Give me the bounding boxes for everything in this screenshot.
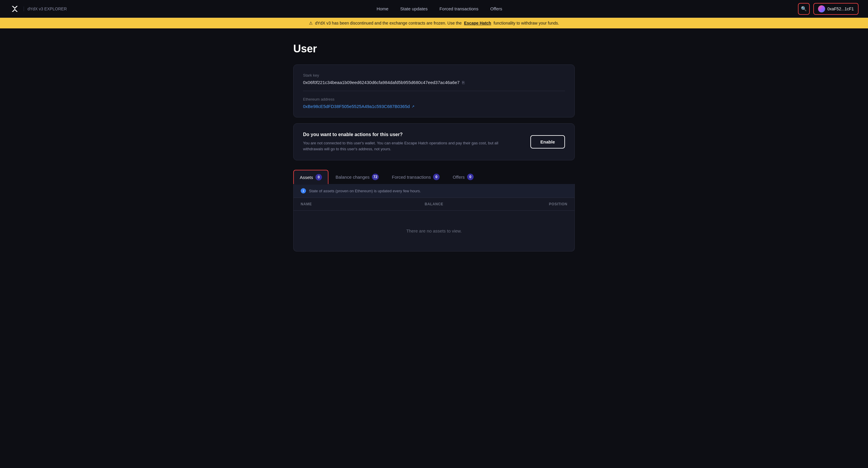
empty-state-text: There are no assets to view.	[406, 228, 462, 233]
tab-assets-badge: 0	[315, 174, 322, 180]
search-icon: 🔍	[801, 6, 807, 11]
stark-key-value: 0x06f0f221c34beaa1b09eed62430d6cfa984daf…	[303, 80, 460, 85]
empty-state: There are no assets to view.	[293, 211, 575, 251]
copy-icon[interactable]: ⎘	[462, 80, 464, 85]
main-content: User Stark key 0x06f0f221c34beaa1b09eed6…	[286, 28, 582, 266]
info-text: State of assets (proven on Ethereum) is …	[309, 189, 421, 193]
brand-label: dYdX v3 EXPLORER	[24, 6, 67, 11]
tab-offers-badge: 0	[467, 174, 474, 180]
enable-card: Do you want to enable actions for this u…	[293, 123, 575, 160]
nav-home[interactable]: Home	[377, 6, 389, 11]
tab-forced-transactions-badge: 0	[433, 174, 440, 180]
tab-balance-changes-label: Balance changes	[336, 175, 370, 180]
logo-icon[interactable]	[9, 4, 20, 14]
wallet-avatar	[818, 5, 825, 12]
eth-address-row: 0xBe98cE5dFD38F505e5525A49a1c593C687B036…	[303, 104, 565, 109]
tab-assets[interactable]: Assets 0	[293, 170, 329, 184]
escape-hatch-link[interactable]: Escape Hatch	[464, 21, 491, 25]
stark-key-value-row: 0x06f0f221c34beaa1b09eed62430d6cfa984daf…	[303, 80, 565, 85]
assets-table-container: i State of assets (proven on Ethereum) i…	[293, 184, 575, 252]
navbar-logo: dYdX v3 EXPLORER	[9, 4, 67, 14]
wallet-button[interactable]: 0xaF52...1cF1	[813, 3, 859, 15]
svg-marker-0	[12, 6, 18, 12]
enable-card-description: You are not connected to this user's wal…	[303, 140, 504, 152]
announcement-banner: ⚠ dYdX v3 has been discontinued and the …	[0, 18, 868, 28]
info-icon: i	[301, 188, 306, 194]
tab-balance-changes[interactable]: Balance changes 72	[330, 170, 384, 184]
tab-forced-transactions-label: Forced transactions	[392, 175, 431, 180]
column-name: NAME	[301, 202, 390, 206]
stark-key-label: Stark key	[303, 73, 565, 78]
enable-card-title: Do you want to enable actions for this u…	[303, 132, 504, 137]
external-link-icon: ↗	[411, 105, 414, 109]
banner-text-after: functionality to withdraw your funds.	[493, 21, 559, 25]
banner-text: dYdX v3 has been discontinued and the ex…	[315, 21, 462, 25]
nav-forced-transactions[interactable]: Forced transactions	[439, 6, 478, 11]
wallet-address: 0xaF52...1cF1	[828, 6, 854, 11]
enable-button[interactable]: Enable	[530, 135, 565, 148]
info-bar: i State of assets (proven on Ethereum) i…	[293, 184, 575, 198]
column-position: POSITION	[478, 202, 567, 206]
tab-offers[interactable]: Offers 0	[447, 170, 479, 184]
enable-card-text: Do you want to enable actions for this u…	[303, 132, 504, 152]
main-nav: Home State updates Forced transactions O…	[81, 6, 798, 11]
eth-address-label: Ethereum address	[303, 97, 565, 101]
nav-offers[interactable]: Offers	[490, 6, 502, 11]
tab-forced-transactions[interactable]: Forced transactions 0	[386, 170, 445, 184]
navbar: dYdX v3 EXPLORER Home State updates Forc…	[0, 0, 868, 18]
search-button[interactable]: 🔍	[798, 3, 810, 15]
tab-balance-changes-badge: 72	[372, 174, 379, 180]
field-divider	[303, 91, 565, 91]
warning-icon: ⚠	[309, 21, 313, 25]
navbar-right: 🔍 0xaF52...1cF1	[798, 3, 859, 15]
tabs: Assets 0 Balance changes 72 Forced trans…	[293, 170, 575, 184]
page-title: User	[293, 42, 575, 55]
eth-address-link[interactable]: 0xBe98cE5dFD38F505e5525A49a1c593C687B036…	[303, 104, 565, 109]
stark-key-card: Stark key 0x06f0f221c34beaa1b09eed62430d…	[293, 64, 575, 117]
table-header: NAME BALANCE POSITION	[293, 198, 575, 211]
eth-address-value: 0xBe98cE5dFD38F505e5525A49a1c593C687B036…	[303, 104, 410, 109]
tab-offers-label: Offers	[453, 175, 465, 180]
tab-assets-label: Assets	[300, 175, 313, 180]
nav-state-updates[interactable]: State updates	[400, 6, 428, 11]
column-balance: BALANCE	[390, 202, 478, 206]
